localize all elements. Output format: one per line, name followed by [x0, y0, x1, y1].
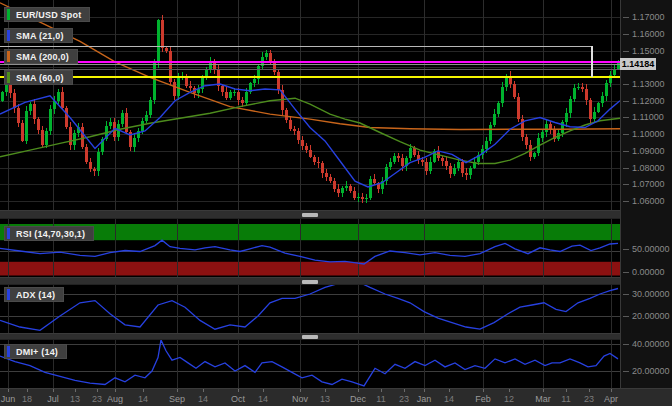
price-tick-label-tick — [623, 168, 629, 169]
main-gridlines — [0, 0, 620, 210]
divider-handle[interactable] — [302, 213, 318, 217]
panel-divider[interactable] — [0, 277, 620, 285]
price-tick-label: 1.10000 — [632, 129, 665, 139]
candlesticks — [1, 15, 620, 203]
dmi-label: DMI+ (14) — [10, 347, 66, 357]
time-tick-mark — [75, 389, 76, 392]
sma60-label: SMA (60,0) — [10, 73, 72, 83]
price-tick-label: 1.16000 — [632, 29, 665, 39]
rsi-axis-label-tick — [623, 249, 629, 250]
price-tick-label-tick — [623, 84, 629, 85]
divider-handle[interactable] — [302, 280, 318, 284]
time-label-day: 14 — [436, 394, 462, 404]
price-tick-label-tick — [623, 117, 629, 118]
price-tick-label: 1.09000 — [632, 146, 665, 156]
price-tick-label: 1.13000 — [632, 79, 665, 89]
price-tick-label: 1.06000 — [632, 196, 665, 206]
price-tick-label: 1.11000 — [632, 112, 664, 122]
legend-sma200[interactable]: SMA (200,0) — [4, 49, 78, 64]
time-label-month: Apr — [598, 394, 624, 404]
dmi-axis-label: 20.00000 — [632, 366, 670, 376]
adx-axis-label-tick — [623, 294, 629, 295]
trading-chart-window: EUR/USD Spot SMA (21,0) SMA (200,0) SMA … — [0, 0, 672, 406]
time-tick-mark — [8, 389, 9, 392]
time-tick-mark — [27, 389, 28, 392]
legend-sma21[interactable]: SMA (21,0) — [4, 28, 73, 43]
legend-instrument[interactable]: EUR/USD Spot — [4, 7, 90, 22]
price-tick-label: 1.15000 — [632, 46, 665, 56]
sma200-line — [0, 3, 620, 130]
price-tick-label-tick — [623, 51, 629, 52]
rsi-line — [0, 240, 618, 264]
time-tick-mark — [483, 389, 484, 392]
price-tick-label-tick — [623, 17, 629, 18]
price-tick-label: 1.17000 — [632, 12, 665, 22]
price-tick-label-tick — [623, 201, 629, 202]
time-tick-mark — [177, 389, 178, 392]
adx-axis-label: 30.00000 — [632, 289, 670, 299]
price-tick-label: 1.12000 — [632, 96, 665, 106]
adx-axis-label: 20.00000 — [632, 311, 670, 321]
time-label-day: 12 — [496, 394, 522, 404]
time-label-day: 14 — [130, 394, 156, 404]
price-tick-label: 1.08000 — [632, 163, 665, 173]
current-price-tag: 1.14184 — [620, 58, 656, 70]
rsi-axis-label: 50.00000 — [632, 244, 670, 254]
divider-handle[interactable] — [302, 335, 318, 339]
instrument-label: EUR/USD Spot — [10, 10, 89, 20]
time-tick-mark — [300, 389, 301, 392]
time-tick-mark — [509, 389, 510, 392]
rsi-label: RSI (14,70,30,1) — [10, 229, 93, 239]
rsi-band — [0, 262, 620, 276]
time-tick-mark — [566, 389, 567, 392]
time-tick-mark — [424, 389, 425, 392]
price-tick-label-tick — [623, 151, 629, 152]
price-tick-label-tick — [623, 101, 629, 102]
time-label-day: 14 — [250, 394, 276, 404]
time-label-day: 18 — [14, 394, 40, 404]
dmi-axis-label: 40.00000 — [632, 339, 670, 349]
adx-indicator-panel[interactable] — [0, 285, 620, 333]
time-tick-mark — [97, 389, 98, 392]
panel-divider[interactable] — [0, 333, 620, 340]
sma21-label: SMA (21,0) — [10, 31, 72, 41]
time-tick-mark — [263, 389, 264, 392]
time-tick-mark — [404, 389, 405, 392]
legend-dmi[interactable]: DMI+ (14) — [4, 344, 67, 359]
time-tick-mark — [449, 389, 450, 392]
legend-sma60[interactable]: SMA (60,0) — [4, 70, 73, 85]
time-tick-mark — [115, 389, 116, 392]
dmi-axis-label-tick — [623, 371, 629, 372]
time-tick-mark — [53, 389, 54, 392]
dmi-axis-label-tick — [623, 344, 629, 345]
price-tick-label-tick — [623, 34, 629, 35]
rsi-axis-label: 0.00000 — [632, 267, 665, 277]
dmi-indicator-panel[interactable] — [0, 340, 620, 388]
sma200-label: SMA (200,0) — [10, 52, 77, 62]
adx-gridlines — [0, 285, 620, 333]
time-label-day: 14 — [190, 394, 216, 404]
time-tick-mark — [543, 389, 544, 392]
time-label-month: Nov — [287, 394, 313, 404]
legend-rsi[interactable]: RSI (14,70,30,1) — [4, 226, 94, 241]
price-tick-label-tick — [623, 134, 629, 135]
time-label-month: Feb — [470, 394, 496, 404]
price-tick-label-tick — [623, 184, 629, 185]
time-label-month: Aug — [102, 394, 128, 404]
adx-line — [0, 285, 618, 330]
main-price-chart[interactable] — [0, 0, 620, 210]
time-label-month: Oct — [225, 394, 251, 404]
time-tick-mark — [611, 389, 612, 392]
time-tick-mark — [203, 389, 204, 392]
time-tick-mark — [238, 389, 239, 392]
adx-label: ADX (14) — [10, 290, 63, 300]
panel-divider[interactable] — [0, 210, 620, 219]
time-tick-mark — [589, 389, 590, 392]
time-tick-mark — [358, 389, 359, 392]
time-tick-mark — [381, 389, 382, 392]
time-label-month: Jan — [411, 394, 437, 404]
price-tick-label: 1.07000 — [632, 179, 665, 189]
legend-adx[interactable]: ADX (14) — [4, 287, 64, 302]
time-label-month: Sep — [164, 394, 190, 404]
time-axis[interactable]: Jun18Jul1323Aug14Sep14Oct14Nov13Dec1123J… — [0, 388, 672, 406]
